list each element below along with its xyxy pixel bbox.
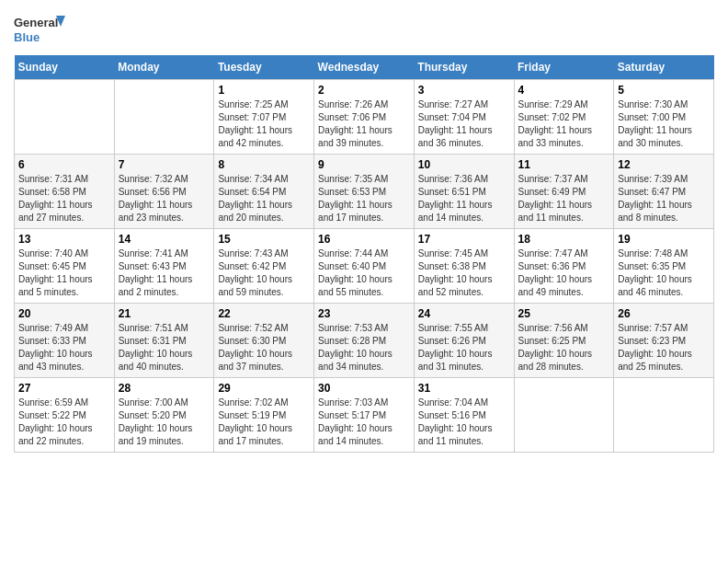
day-info: Sunrise: 7:44 AMSunset: 6:40 PMDaylight:… (318, 247, 410, 299)
calendar-cell: 21Sunrise: 7:51 AMSunset: 6:31 PMDayligh… (114, 304, 214, 378)
calendar-week-2: 6Sunrise: 7:31 AMSunset: 6:58 PMDaylight… (15, 155, 714, 229)
calendar-cell: 28Sunrise: 7:00 AMSunset: 5:20 PMDayligh… (114, 378, 214, 453)
calendar-cell: 2Sunrise: 7:26 AMSunset: 7:06 PMDaylight… (314, 80, 415, 155)
day-info: Sunrise: 7:31 AMSunset: 6:58 PMDaylight:… (18, 173, 110, 224)
day-number: 12 (618, 158, 710, 171)
day-info: Sunrise: 7:53 AMSunset: 6:28 PMDaylight:… (318, 322, 410, 373)
day-number: 26 (618, 307, 710, 320)
day-number: 3 (418, 84, 510, 97)
calendar-cell: 29Sunrise: 7:02 AMSunset: 5:19 PMDayligh… (214, 378, 314, 453)
day-info: Sunrise: 7:30 AMSunset: 7:00 PMDaylight:… (618, 98, 710, 150)
calendar-cell: 16Sunrise: 7:44 AMSunset: 6:40 PMDayligh… (314, 229, 415, 304)
calendar-cell (114, 80, 214, 155)
calendar-week-4: 20Sunrise: 7:49 AMSunset: 6:33 PMDayligh… (15, 304, 714, 378)
day-info: Sunrise: 7:49 AMSunset: 6:33 PMDaylight:… (18, 322, 110, 373)
day-info: Sunrise: 7:52 AMSunset: 6:30 PMDaylight:… (218, 322, 310, 373)
day-number: 23 (318, 307, 410, 320)
col-header-monday: Monday (114, 55, 214, 80)
day-number: 14 (119, 233, 210, 246)
day-info: Sunrise: 7:25 AMSunset: 7:07 PMDaylight:… (218, 98, 310, 150)
calendar-cell: 19Sunrise: 7:48 AMSunset: 6:35 PMDayligh… (614, 229, 714, 304)
calendar-week-3: 13Sunrise: 7:40 AMSunset: 6:45 PMDayligh… (15, 229, 714, 304)
col-header-wednesday: Wednesday (314, 55, 415, 80)
day-number: 17 (418, 233, 510, 246)
day-number: 24 (418, 307, 510, 320)
calendar-cell: 20Sunrise: 7:49 AMSunset: 6:33 PMDayligh… (15, 304, 115, 378)
calendar-cell: 15Sunrise: 7:43 AMSunset: 6:42 PMDayligh… (214, 229, 314, 304)
day-info: Sunrise: 7:57 AMSunset: 6:23 PMDaylight:… (618, 322, 710, 373)
calendar-cell: 31Sunrise: 7:04 AMSunset: 5:16 PMDayligh… (414, 378, 514, 453)
col-header-sunday: Sunday (15, 55, 115, 80)
day-info: Sunrise: 7:41 AMSunset: 6:43 PMDaylight:… (119, 247, 210, 299)
calendar-cell: 7Sunrise: 7:32 AMSunset: 6:56 PMDaylight… (114, 155, 214, 229)
day-info: Sunrise: 7:02 AMSunset: 5:19 PMDaylight:… (218, 396, 310, 448)
day-number: 18 (518, 233, 610, 246)
calendar-cell: 13Sunrise: 7:40 AMSunset: 6:45 PMDayligh… (15, 229, 115, 304)
day-number: 2 (318, 84, 410, 97)
calendar-cell: 5Sunrise: 7:30 AMSunset: 7:00 PMDaylight… (614, 80, 714, 155)
col-header-saturday: Saturday (614, 55, 714, 80)
day-number: 28 (119, 382, 210, 395)
calendar-cell: 8Sunrise: 7:34 AMSunset: 6:54 PMDaylight… (214, 155, 314, 229)
calendar-week-5: 27Sunrise: 6:59 AMSunset: 5:22 PMDayligh… (15, 378, 714, 453)
day-info: Sunrise: 7:29 AMSunset: 7:02 PMDaylight:… (518, 98, 610, 150)
day-info: Sunrise: 7:43 AMSunset: 6:42 PMDaylight:… (218, 247, 310, 299)
day-info: Sunrise: 7:34 AMSunset: 6:54 PMDaylight:… (218, 173, 310, 224)
calendar-cell: 9Sunrise: 7:35 AMSunset: 6:53 PMDaylight… (314, 155, 415, 229)
day-info: Sunrise: 7:27 AMSunset: 7:04 PMDaylight:… (418, 98, 510, 150)
header: GeneralBlue (14, 14, 714, 46)
day-number: 21 (119, 307, 210, 320)
day-info: Sunrise: 7:37 AMSunset: 6:49 PMDaylight:… (518, 173, 610, 224)
day-info: Sunrise: 7:04 AMSunset: 5:16 PMDaylight:… (418, 396, 510, 448)
calendar-week-1: 1Sunrise: 7:25 AMSunset: 7:07 PMDaylight… (15, 80, 714, 155)
day-info: Sunrise: 7:47 AMSunset: 6:36 PMDaylight:… (518, 247, 610, 299)
day-info: Sunrise: 7:48 AMSunset: 6:35 PMDaylight:… (618, 247, 710, 299)
day-info: Sunrise: 7:55 AMSunset: 6:26 PMDaylight:… (418, 322, 510, 373)
calendar-header-row: SundayMondayTuesdayWednesdayThursdayFrid… (15, 55, 714, 80)
day-number: 11 (518, 158, 610, 171)
day-info: Sunrise: 7:39 AMSunset: 6:47 PMDaylight:… (618, 173, 710, 224)
svg-text:General: General (14, 16, 58, 29)
calendar-table: SundayMondayTuesdayWednesdayThursdayFrid… (14, 55, 714, 453)
day-info: Sunrise: 7:32 AMSunset: 6:56 PMDaylight:… (119, 173, 210, 224)
day-info: Sunrise: 7:26 AMSunset: 7:06 PMDaylight:… (318, 98, 410, 150)
calendar-cell: 3Sunrise: 7:27 AMSunset: 7:04 PMDaylight… (414, 80, 514, 155)
day-number: 1 (218, 84, 310, 97)
calendar-cell: 18Sunrise: 7:47 AMSunset: 6:36 PMDayligh… (514, 229, 614, 304)
col-header-friday: Friday (514, 55, 614, 80)
calendar-cell: 11Sunrise: 7:37 AMSunset: 6:49 PMDayligh… (514, 155, 614, 229)
day-number: 25 (518, 307, 610, 320)
calendar-cell: 12Sunrise: 7:39 AMSunset: 6:47 PMDayligh… (614, 155, 714, 229)
calendar-cell: 1Sunrise: 7:25 AMSunset: 7:07 PMDaylight… (214, 80, 314, 155)
day-number: 13 (18, 233, 110, 246)
calendar-cell: 27Sunrise: 6:59 AMSunset: 5:22 PMDayligh… (15, 378, 115, 453)
day-number: 10 (418, 158, 510, 171)
calendar-cell (614, 378, 714, 453)
day-info: Sunrise: 7:36 AMSunset: 6:51 PMDaylight:… (418, 173, 510, 224)
calendar-cell: 6Sunrise: 7:31 AMSunset: 6:58 PMDaylight… (15, 155, 115, 229)
col-header-thursday: Thursday (414, 55, 514, 80)
calendar-cell: 30Sunrise: 7:03 AMSunset: 5:17 PMDayligh… (314, 378, 415, 453)
calendar-cell: 22Sunrise: 7:52 AMSunset: 6:30 PMDayligh… (214, 304, 314, 378)
day-info: Sunrise: 7:40 AMSunset: 6:45 PMDaylight:… (18, 247, 110, 299)
day-number: 31 (418, 382, 510, 395)
calendar-cell: 24Sunrise: 7:55 AMSunset: 6:26 PMDayligh… (414, 304, 514, 378)
calendar-cell: 25Sunrise: 7:56 AMSunset: 6:25 PMDayligh… (514, 304, 614, 378)
day-number: 6 (18, 158, 110, 171)
calendar-cell: 17Sunrise: 7:45 AMSunset: 6:38 PMDayligh… (414, 229, 514, 304)
day-number: 19 (618, 233, 710, 246)
day-number: 30 (318, 382, 410, 395)
day-number: 4 (518, 84, 610, 97)
calendar-cell: 23Sunrise: 7:53 AMSunset: 6:28 PMDayligh… (314, 304, 415, 378)
calendar-cell: 4Sunrise: 7:29 AMSunset: 7:02 PMDaylight… (514, 80, 614, 155)
day-info: Sunrise: 6:59 AMSunset: 5:22 PMDaylight:… (18, 396, 110, 448)
logo-svg: GeneralBlue (14, 14, 69, 46)
logo: GeneralBlue (14, 14, 69, 46)
calendar-cell: 26Sunrise: 7:57 AMSunset: 6:23 PMDayligh… (614, 304, 714, 378)
calendar-cell: 10Sunrise: 7:36 AMSunset: 6:51 PMDayligh… (414, 155, 514, 229)
day-number: 27 (18, 382, 110, 395)
day-number: 9 (318, 158, 410, 171)
calendar-cell: 14Sunrise: 7:41 AMSunset: 6:43 PMDayligh… (114, 229, 214, 304)
day-number: 22 (218, 307, 310, 320)
day-info: Sunrise: 7:03 AMSunset: 5:17 PMDaylight:… (318, 396, 410, 448)
